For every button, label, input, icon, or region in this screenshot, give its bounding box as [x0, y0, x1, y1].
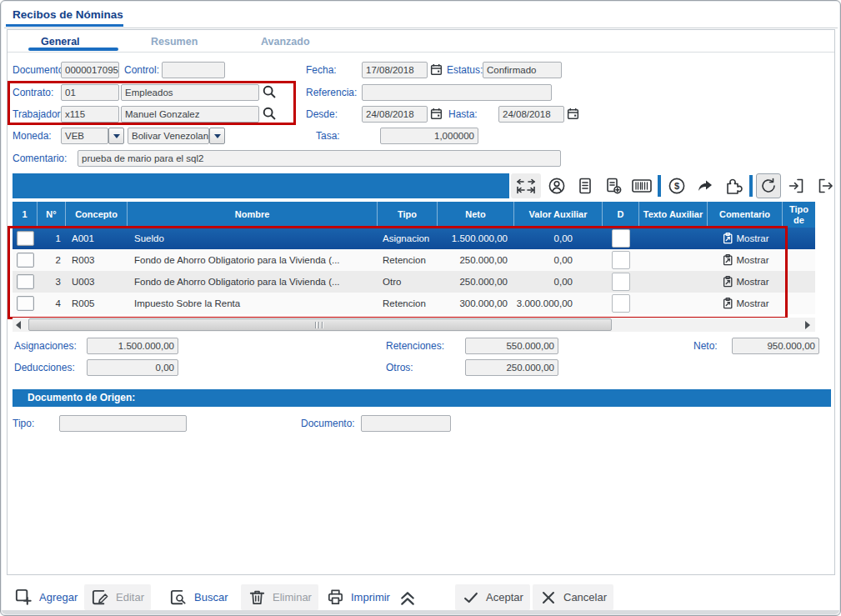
forward-icon[interactable]: [693, 173, 718, 198]
cell-tipo: Retencion: [378, 249, 438, 271]
cell-comentario[interactable]: Mostrar: [708, 228, 783, 249]
check-icon: [462, 588, 480, 607]
fecha-calendar-icon[interactable]: [429, 63, 443, 77]
scroll-left-icon[interactable]: [16, 321, 21, 329]
tab-general[interactable]: General: [41, 36, 80, 48]
trabajador-code-input[interactable]: x115: [61, 106, 119, 123]
cell-nombre: Sueldo: [128, 228, 378, 249]
import-icon[interactable]: [784, 173, 809, 198]
add-square-icon: [14, 588, 33, 607]
row-selector-checkbox[interactable]: [17, 231, 34, 246]
estatus-label: Estatus:: [447, 64, 483, 76]
grid-horizontal-scrollbar[interactable]: [13, 318, 815, 332]
row-selector-checkbox[interactable]: [17, 296, 34, 311]
desde-input[interactable]: 24/08/2018: [362, 106, 428, 123]
control-input[interactable]: [162, 62, 225, 78]
row-selector-checkbox[interactable]: [17, 253, 34, 268]
mostrar-link[interactable]: Mostrar: [737, 233, 769, 243]
scrollbar-thumb[interactable]: [28, 318, 612, 331]
column-header-selector[interactable]: 1: [13, 202, 38, 228]
contrato-search-icon[interactable]: [262, 84, 277, 99]
column-header-nombre[interactable]: Nombre: [128, 202, 378, 228]
hasta-calendar-icon[interactable]: [566, 107, 580, 121]
hasta-input[interactable]: 24/08/2018: [498, 106, 564, 123]
chevron-down-icon: [214, 134, 221, 138]
imprimir-button[interactable]: Imprimir: [319, 584, 397, 610]
table-row[interactable]: 2 R003 Fondo de Ahorro Obligatorio para …: [13, 249, 815, 271]
document-icon[interactable]: [573, 173, 598, 198]
agregar-button[interactable]: Agregar: [8, 584, 84, 610]
column-header-tipo-de[interactable]: Tipo de: [783, 202, 815, 228]
mostrar-link[interactable]: Mostrar: [737, 255, 769, 265]
cell-tipo-de: [783, 271, 815, 293]
tasa-input[interactable]: 1,000000: [380, 128, 478, 144]
grid-header-row: 1 N° Concepto Nombre Tipo Neto Valor Aux…: [13, 202, 815, 228]
currency-icon[interactable]: $: [664, 173, 689, 198]
moneda-name-dropdown-button[interactable]: [209, 128, 225, 144]
origen-tipo-input[interactable]: [59, 415, 187, 432]
column-header-neto[interactable]: Neto: [438, 202, 514, 228]
d-checkbox[interactable]: [612, 251, 630, 269]
editar-button[interactable]: Editar: [84, 584, 151, 610]
aceptar-button[interactable]: Aceptar: [455, 584, 530, 610]
comentario-input[interactable]: prueba de mario para el sql2: [78, 150, 561, 167]
column-header-texto-auxiliar[interactable]: Texto Auxiliar: [639, 202, 708, 228]
cell-comentario[interactable]: Mostrar: [708, 271, 783, 293]
table-row[interactable]: 1 A001 Sueldo Asignacion 1.500.000,00 0,…: [13, 228, 815, 249]
cell-comentario[interactable]: Mostrar: [708, 293, 783, 314]
clipboard-icon: [722, 297, 733, 311]
contrato-label: Contrato:: [13, 87, 53, 98]
contrato-code-input[interactable]: 01: [61, 84, 119, 101]
cell-nombre: Fondo de Ahorro Obligatorio para la Vivi…: [128, 271, 378, 293]
edit-square-icon: [91, 588, 110, 607]
d-checkbox[interactable]: [612, 273, 630, 291]
column-header-concepto[interactable]: Concepto: [66, 202, 128, 228]
column-header-tipo[interactable]: Tipo: [378, 202, 438, 228]
cell-texto-auxiliar: [639, 249, 708, 271]
deducciones-value: 0,00: [87, 359, 178, 376]
eliminar-button[interactable]: Eliminar: [241, 584, 318, 610]
cell-tipo-de: [783, 293, 815, 314]
contrato-name-input[interactable]: Empleados: [121, 84, 259, 101]
d-checkbox[interactable]: [612, 229, 630, 248]
mostrar-link[interactable]: Mostrar: [737, 298, 769, 308]
control-label: Control:: [124, 64, 159, 76]
cell-numero: 1: [38, 228, 66, 249]
tab-resumen[interactable]: Resumen: [151, 36, 198, 48]
grid-toolbar: $: [511, 172, 838, 200]
toolbar-filler-bar: [13, 173, 509, 198]
printer-icon: [326, 588, 345, 607]
mostrar-link[interactable]: Mostrar: [737, 277, 769, 287]
d-checkbox[interactable]: [612, 294, 630, 313]
resize-columns-icon[interactable]: [511, 173, 541, 198]
barcode-icon[interactable]: [629, 173, 654, 198]
trabajador-name-input[interactable]: Manuel Gonzalez: [121, 106, 259, 123]
table-row[interactable]: 3 U003 Fondo de Ahorro Obligatorio para …: [13, 271, 815, 293]
active-tab-underline: [28, 48, 118, 51]
document-add-icon[interactable]: [601, 173, 626, 198]
column-header-d[interactable]: D: [603, 202, 639, 228]
moneda-code-dropdown-button[interactable]: [108, 128, 124, 144]
column-header-numero[interactable]: N°: [38, 202, 66, 228]
collapse-toolbar-icon[interactable]: [398, 589, 418, 607]
table-row[interactable]: 4 R005 Impuesto Sobre la Renta Retencion…: [13, 293, 815, 314]
cell-comentario[interactable]: Mostrar: [708, 249, 783, 271]
scroll-right-icon[interactable]: [805, 321, 810, 329]
export-icon[interactable]: [813, 173, 838, 198]
referencia-input[interactable]: [362, 84, 552, 101]
plugin-icon[interactable]: [721, 173, 746, 198]
row-selector-checkbox[interactable]: [17, 274, 34, 289]
user-icon[interactable]: [544, 173, 569, 198]
documento-input[interactable]: 0000017095: [61, 62, 119, 78]
buscar-button[interactable]: Buscar: [163, 584, 234, 610]
documento-label: Documento:: [13, 64, 67, 76]
origen-documento-input[interactable]: [361, 415, 451, 432]
trabajador-search-icon[interactable]: [262, 106, 277, 121]
refresh-icon[interactable]: [756, 173, 781, 198]
fecha-input[interactable]: 17/08/2018: [362, 62, 428, 78]
column-header-comentario[interactable]: Comentario: [708, 202, 783, 228]
cancelar-button[interactable]: Cancelar: [533, 584, 613, 610]
column-header-valor-auxiliar[interactable]: Valor Auxiliar: [514, 202, 603, 228]
tab-avanzado[interactable]: Avanzado: [261, 36, 310, 48]
desde-calendar-icon[interactable]: [429, 107, 443, 121]
